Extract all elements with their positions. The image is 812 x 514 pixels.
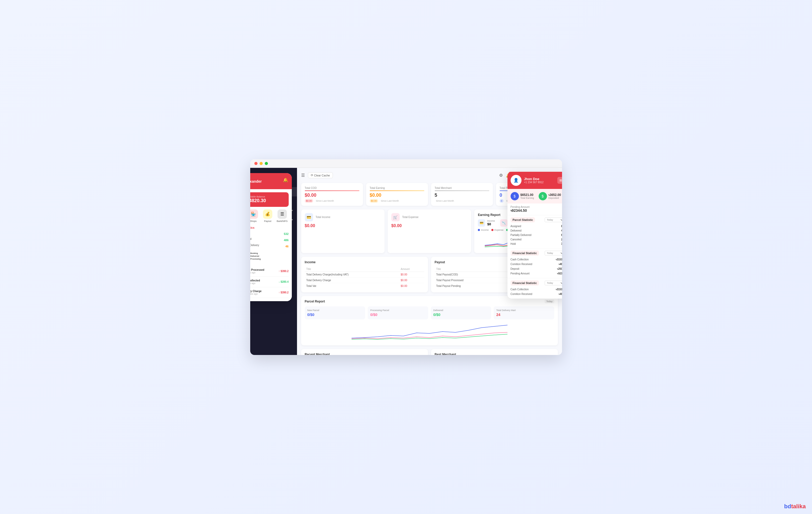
parcel-report-header: Parcel Report Today [305,299,554,303]
parcel-delivered-label: Parcel Delivered [250,237,252,240]
rp-balance-row: $ $6521.00 Total Earning $ ৳3652.00 Depo… [508,189,562,203]
financial-statistic-select[interactable]: Today This Week This Month [545,251,562,255]
watermark-talika: talika [791,503,806,510]
financial-stat-label: Comition Received [511,263,532,265]
legend-processing: Processing [250,258,261,260]
parcel-stat-label: Delivered [511,229,522,232]
legend-booking: Booking [250,252,261,254]
balance-label: Available Balance [250,195,286,198]
income-amount-value: $0 [487,222,495,226]
topbar-left: ☰ ⟳ Clear Cache [301,172,333,178]
rp-name: Jhon Doe [524,177,544,181]
browser-chrome [250,159,562,168]
donut-container: Booking Delivered Processing [250,250,289,263]
rp-earning-value: $6521.00 [520,193,534,197]
stat-label: Total COD [305,187,359,190]
financial-statistic2-select[interactable]: Today This Week This Month [545,281,562,285]
financial-stat2-row: Comition Received৳485 [511,292,562,296]
financial-stat-row: Cash Collection৳31515 [511,257,562,262]
payout-nav-item[interactable]: 💰 Payout [261,209,274,223]
parcel-stats-list: Assigned85Delivered46Partially Delivered… [511,224,562,246]
parcel-stat-value: 27 [561,238,562,241]
since-badge: $0.00 [370,199,378,203]
financial-stat-value: ৳9218 [557,272,562,275]
parcel-report-title: Parcel Report [305,299,325,303]
cell-title: Total Delivery Charge(Including VAT) [305,272,399,277]
rp-avatar: 👤 [511,175,522,186]
parcel-stat-value: 85 [561,225,562,228]
income-card: 💳 Total Income $0.00 [301,209,384,253]
stat-value: $0.00 [305,193,359,198]
cache-icon: ⟳ [311,174,313,177]
pending-amount-section: Pending Amount ৳92344.50 [508,203,562,215]
income-table-card: Income Title Amount Total Delivery Charg… [301,257,428,292]
stat-value: $0.00 [370,193,424,198]
rp-settings-button[interactable]: ⊞ [557,177,562,184]
clear-cache-button[interactable]: ⟳ Clear Cache [308,172,333,178]
txn-time: 22 hours ago [250,282,277,285]
txn-cod: P COD Collected 22 hours ago ↓ $280.4 [250,277,289,287]
financial-statistic2-header: Financial Statistic Today This Week This… [511,280,562,286]
rp-deposited-value: ৳3652.00 [549,193,561,197]
parcel-statistic-select[interactable]: Today This Week This Month [545,218,562,222]
stat-value: 5 [435,193,489,198]
table-row: Total Vat$0.00 [305,283,424,289]
parcel-added-row: Parcel Added In last 7 days 532 [250,231,289,236]
financial-statistic-title: Financial Statistic [511,251,539,256]
txn-amount: ↑ $390.2 [279,291,288,294]
donut-legend: Booking Delivered Processing [250,252,261,261]
parcel-statistic-section: Parcel Statistic Today This Week This Mo… [508,215,562,248]
financial-stat-row: Pending Amount৳9218 [511,271,562,276]
booking-label: Booking [251,252,258,254]
earning-title: Earning Report [478,213,500,217]
financial-stat-label: Deposit [511,267,519,270]
bankmfs-nav-item[interactable]: ☰ Bank/MFS [276,209,289,223]
bankmfs-icon: ☰ [278,209,287,219]
shops-label: Shops [250,220,257,223]
new-parcel-label: New Parcel [308,309,363,312]
mobile-body: › Available Balance $4820.30 📦 Parcels 🏪… [250,189,292,301]
parcel-chart [305,322,554,341]
txn-info: Delivery Charge 10 minutes ago [250,290,277,295]
processing-value: 46 [285,245,288,248]
settings-button[interactable]: ⚙ [499,173,503,178]
dot-yellow[interactable] [260,162,263,165]
shops-nav-item[interactable]: 🏪 Shops [250,209,260,223]
txn-time: 12 hours ago [250,271,277,274]
mobile-icons-row: 📦 Parcels 🏪 Shops 💰 Payout ☰ Bank/MFS [250,209,289,223]
financial-stat2-label: Cash Collection [511,288,529,291]
mobile-balance-card: › Available Balance $4820.30 [250,192,289,207]
parcel-delivered-row: Parcel Delivered In last 30 days 486 [250,237,289,243]
delivery-mart-value: 24 [496,313,552,317]
dot-green[interactable] [265,162,268,165]
cell-title: Total Delivery Charge [305,277,399,283]
bankmfs-label: Bank/MFS [277,220,288,223]
financial-stat-value: ৳2500 [557,267,562,270]
parcel-statistic-title: Parcel Statistic [511,217,535,223]
stat-since: Since Last Month [435,200,489,202]
processing-parcel-value: 0/$0 [370,313,426,317]
watermark-bd: bd [784,503,791,510]
recent-merchant-card: Recent Merchant # Company Phone Created … [301,349,428,355]
legend-dot-expense [491,229,493,231]
parcel-stat-value: 46 [561,229,562,232]
payout-label: Payout [264,220,271,223]
hamburger-button[interactable]: ☰ [301,173,305,178]
expense-amount: $0.00 [391,224,467,228]
delivery-mart-label: Total Delivery Mart [496,309,552,312]
clear-cache-label: Clear Cache [314,174,330,177]
pending-value: ৳92344.50 [511,208,562,213]
delivered-stat: Delivered 0/$0 [431,306,491,319]
legend-dot-income [478,229,480,231]
financial-stat-value: ৳31515 [556,258,562,261]
best-merchant-card: Best Merchant # Company Phone 1 [431,349,558,355]
new-parcel-value: 0/$0 [308,313,363,317]
income-header: 💳 Total Income [305,213,381,221]
right-panel-header: 👤 Jhon Doe +1 234 567 8912 ⊞ [508,172,562,189]
income-amount-label: Income [487,220,495,222]
cell-amount: $0.00 [399,272,424,277]
income-table-title: Income [305,260,424,264]
dot-red[interactable] [254,162,258,165]
txn-title: Payout Processed [250,268,277,271]
parcel-added-value: 532 [284,232,288,235]
